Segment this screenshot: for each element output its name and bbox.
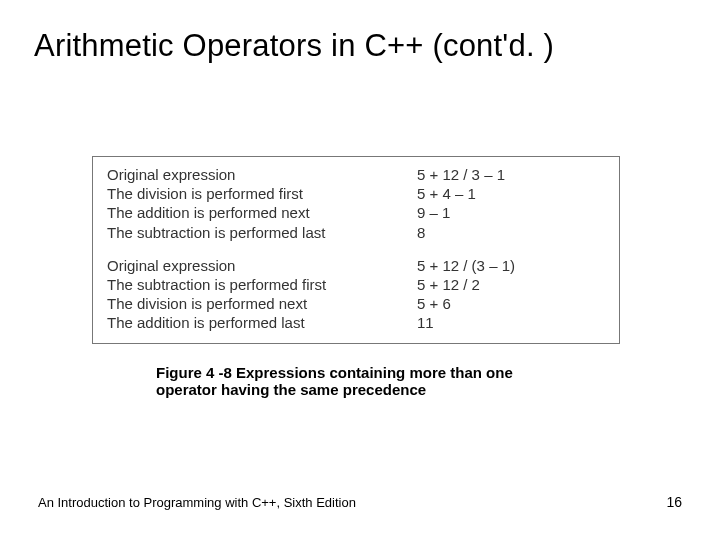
step-expression: 5 + 12 / (3 – 1) [417,256,605,275]
slide-number: 16 [666,494,682,510]
step-expression: 5 + 4 – 1 [417,184,605,203]
step-description: Original expression [107,165,417,184]
step-expression: 11 [417,313,605,332]
step-description: Original expression [107,256,417,275]
table-row: The subtraction is performed last 8 [107,223,605,242]
table-row: The addition is performed next 9 – 1 [107,203,605,222]
step-description: The division is performed first [107,184,417,203]
table-row: Original expression 5 + 12 / (3 – 1) [107,256,605,275]
step-description: The subtraction is performed last [107,223,417,242]
step-expression: 5 + 6 [417,294,605,313]
table-row: Original expression 5 + 12 / 3 – 1 [107,165,605,184]
step-expression: 5 + 12 / 3 – 1 [417,165,605,184]
figure-block-1: Original expression 5 + 12 / 3 – 1 The d… [107,165,605,242]
slide: Arithmetic Operators in C++ (cont'd. ) O… [0,0,720,540]
step-description: The division is performed next [107,294,417,313]
footer-text: An Introduction to Programming with C++,… [38,495,356,510]
table-row: The addition is performed last 11 [107,313,605,332]
figure-caption: Figure 4 -8 Expressions containing more … [156,364,556,398]
step-expression: 9 – 1 [417,203,605,222]
step-description: The addition is performed last [107,313,417,332]
table-row: The subtraction is performed first 5 + 1… [107,275,605,294]
table-row: The division is performed first 5 + 4 – … [107,184,605,203]
step-expression: 5 + 12 / 2 [417,275,605,294]
slide-title: Arithmetic Operators in C++ (cont'd. ) [34,28,554,64]
step-description: The addition is performed next [107,203,417,222]
figure-block-2: Original expression 5 + 12 / (3 – 1) The… [107,256,605,333]
step-expression: 8 [417,223,605,242]
step-description: The subtraction is performed first [107,275,417,294]
table-row: The division is performed next 5 + 6 [107,294,605,313]
figure-box: Original expression 5 + 12 / 3 – 1 The d… [92,156,620,344]
